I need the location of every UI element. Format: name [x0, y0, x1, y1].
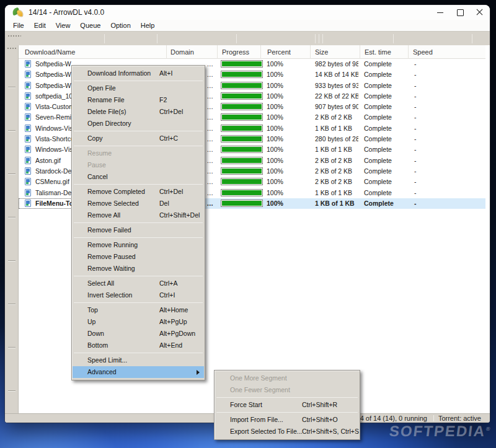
context-menu: Download InformationAlt+IOpen FileRename…: [71, 65, 205, 380]
progress-bar: [221, 92, 263, 100]
size-cell: 907 bytes of 907...: [311, 102, 358, 112]
menu-item-label: Open Directory: [87, 118, 131, 130]
maximize-icon[interactable]: [450, 5, 470, 20]
submenu-item-export-selected-to-file[interactable]: Export Selected To File...Ctrl+Shift+S, …: [215, 426, 359, 437]
progress-bar: [221, 200, 263, 207]
size-cell: 280 bytes of 280...: [311, 134, 358, 144]
menu-separator: [74, 222, 203, 223]
progress-fill: [222, 115, 262, 120]
progress-fill: [222, 72, 262, 77]
menu-item-label: Remove Running: [87, 239, 138, 251]
menubar-view[interactable]: View: [51, 20, 76, 31]
context-menu-item-top[interactable]: TopAlt+Home: [73, 304, 204, 316]
column-header-percent[interactable]: Percent: [260, 45, 310, 59]
progress-cell: [216, 112, 264, 123]
context-menu-item-remove-selected[interactable]: Remove SelectedDel: [73, 198, 204, 209]
column-header-progress[interactable]: Progress: [217, 45, 260, 59]
context-menu-item-delete-file-s[interactable]: Delete File(s)Ctrl+Del: [73, 106, 204, 118]
toolbar-separator: [157, 34, 157, 43]
menu-item-shortcut: Ctrl+Shift+R: [302, 399, 337, 411]
menu-item-label: Rename File: [87, 94, 125, 106]
menubar-queue[interactable]: Queue: [75, 20, 105, 31]
menubar-option[interactable]: Option: [105, 20, 135, 31]
menu-item-label: Download Information: [87, 68, 151, 79]
close-icon[interactable]: [470, 5, 490, 20]
minimize-icon[interactable]: [430, 5, 450, 20]
submenu-item-force-start[interactable]: Force StartCtrl+Shift+R: [215, 399, 359, 411]
percent-cell: 100%: [265, 166, 310, 177]
menu-item-shortcut: Alt+End: [159, 340, 182, 351]
context-menu-item-open-file[interactable]: Open File: [73, 82, 204, 94]
size-cell: 2 KB of 2 KB: [311, 166, 358, 177]
file-document-icon: [25, 157, 31, 164]
context-menu-item-remove-completed[interactable]: Remove CompletedCtrl+Del: [73, 186, 204, 198]
context-menu-item-bottom[interactable]: BottomAlt+End: [73, 340, 204, 351]
status-counts: 14 of 14 (14), 0 running: [356, 415, 427, 422]
context-menu-item-remove-running[interactable]: Remove Running: [73, 239, 204, 251]
context-menu-item-speed-limit[interactable]: Speed Limit...: [73, 354, 204, 366]
esttime-cell: Complete: [361, 123, 408, 134]
speed-cell: -: [409, 198, 477, 209]
file-document-icon: [25, 167, 31, 175]
context-menu-item-select-all[interactable]: Select AllCtrl+A: [73, 278, 204, 289]
submenu-arrow-icon: [197, 370, 200, 375]
percent-cell: 100%: [265, 91, 310, 102]
file-document-icon: [25, 82, 31, 89]
context-menu-item-copy[interactable]: CopyCtrl+C: [73, 133, 204, 144]
progress-bar: [221, 113, 263, 121]
submenu-item-import-from-file[interactable]: Import From File...Ctrl+Shift+O: [215, 414, 359, 426]
file-document-icon: [25, 71, 31, 78]
column-header-size[interactable]: Size: [310, 45, 360, 59]
column-header-est-time[interactable]: Est. time: [360, 45, 408, 59]
menu-item-label: Remove All: [87, 209, 120, 221]
esttime-cell: Complete: [361, 188, 408, 198]
progress-bar: [221, 60, 263, 68]
arrowdl-logo-icon: [12, 8, 23, 17]
menu-item-label: Remove Selected: [87, 198, 139, 209]
column-header-download-name[interactable]: Download/Name: [19, 45, 166, 59]
file-name: CSMenu.gif: [35, 178, 69, 185]
context-menu-item-up[interactable]: UpAlt+PgUp: [73, 316, 204, 328]
progress-cell: [216, 134, 264, 144]
progress-cell: [216, 59, 264, 69]
menu-separator: [74, 184, 203, 185]
context-menu-item-open-directory[interactable]: Open Directory: [73, 118, 204, 130]
esttime-cell: Complete: [361, 59, 408, 69]
esttime-cell: Complete: [361, 177, 408, 187]
menu-item-shortcut: Ctrl+A: [159, 278, 177, 289]
title-bar[interactable]: 14/14 - ArrowDL v4.0.0: [5, 5, 490, 20]
context-menu-item-rename-file[interactable]: Rename FileF2: [73, 94, 204, 106]
toolbar-separator: [472, 34, 472, 43]
context-menu-item-remove-failed[interactable]: Remove Failed: [73, 224, 204, 236]
progress-bar: [221, 82, 263, 89]
context-menu-item-down[interactable]: DownAlt+PgDown: [73, 328, 204, 340]
context-menu-item-remove-paused[interactable]: Remove Paused: [73, 251, 204, 263]
progress-fill: [222, 94, 262, 99]
progress-fill: [222, 158, 262, 163]
menubar-help[interactable]: Help: [136, 20, 160, 31]
progress-cell: [216, 198, 264, 209]
menu-item-label: Export Selected To File...: [230, 426, 303, 437]
menubar-edit[interactable]: Edit: [29, 20, 51, 31]
menubar-file[interactable]: File: [8, 20, 29, 31]
context-menu-item-invert-selection[interactable]: Invert SelectionCtrl+I: [73, 289, 204, 301]
column-header-domain[interactable]: Domain: [166, 45, 217, 59]
esttime-cell: Complete: [361, 156, 408, 166]
context-menu-item-remove-waiting[interactable]: Remove Waiting: [73, 263, 204, 275]
menu-item-label: Speed Limit...: [87, 354, 127, 366]
context-menu-item-advanced[interactable]: Advanced: [73, 366, 204, 378]
left-dock-strip: [5, 45, 19, 413]
progress-fill: [222, 147, 262, 152]
context-menu-item-cancel[interactable]: Cancel: [73, 171, 204, 183]
softpedia-watermark: SOFTPEDIA®: [388, 423, 490, 440]
progress-bar: [221, 103, 263, 110]
context-menu-item-remove-all[interactable]: Remove AllCtrl+Shift+Del: [73, 209, 204, 221]
column-header-speed[interactable]: Speed: [408, 45, 485, 59]
context-menu-item-download-information[interactable]: Download InformationAlt+I: [73, 68, 204, 79]
menu-item-shortcut: Ctrl+I: [159, 289, 175, 301]
menu-item-label: Cancel: [87, 171, 108, 183]
file-document-icon: [25, 200, 31, 207]
progress-fill: [222, 190, 262, 195]
progress-fill: [222, 179, 262, 184]
menu-item-label: One More Segment: [230, 372, 287, 384]
